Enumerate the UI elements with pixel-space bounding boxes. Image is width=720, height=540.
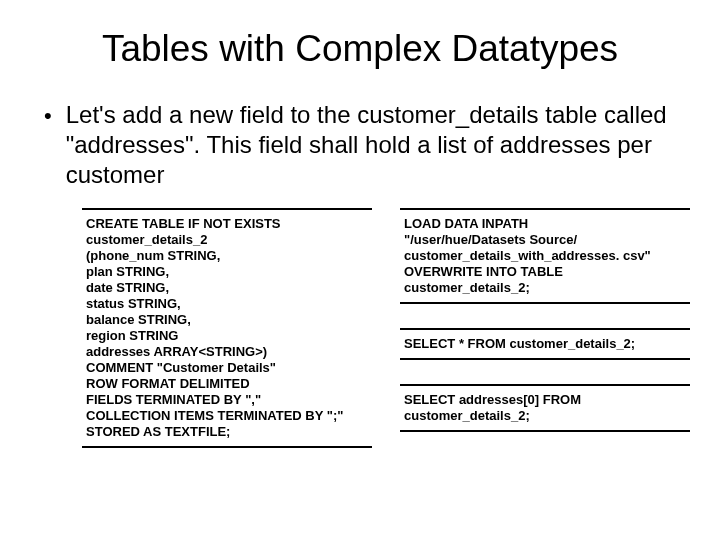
select-index-box: SELECT addresses[0] FROM customer_detail… (400, 384, 690, 432)
bullet-dot-icon: • (44, 102, 52, 130)
select-all-box: SELECT * FROM customer_details_2; (400, 328, 690, 360)
slide: Tables with Complex Datatypes • Let's ad… (0, 0, 720, 540)
slide-title: Tables with Complex Datatypes (30, 28, 690, 70)
code-columns: CREATE TABLE IF NOT EXISTS customer_deta… (82, 208, 690, 462)
bullet-item: • Let's add a new field to the customer_… (44, 100, 690, 190)
create-table-box: CREATE TABLE IF NOT EXISTS customer_deta… (82, 208, 372, 448)
left-column: CREATE TABLE IF NOT EXISTS customer_deta… (82, 208, 372, 462)
load-data-box: LOAD DATA INPATH "/user/hue/Datasets Sou… (400, 208, 690, 304)
create-table-code: CREATE TABLE IF NOT EXISTS customer_deta… (86, 216, 368, 440)
right-column: LOAD DATA INPATH "/user/hue/Datasets Sou… (400, 208, 690, 462)
select-index-code: SELECT addresses[0] FROM customer_detail… (404, 392, 686, 424)
select-all-code: SELECT * FROM customer_details_2; (404, 336, 686, 352)
bullet-text: Let's add a new field to the customer_de… (66, 100, 690, 190)
load-data-code: LOAD DATA INPATH "/user/hue/Datasets Sou… (404, 216, 686, 296)
